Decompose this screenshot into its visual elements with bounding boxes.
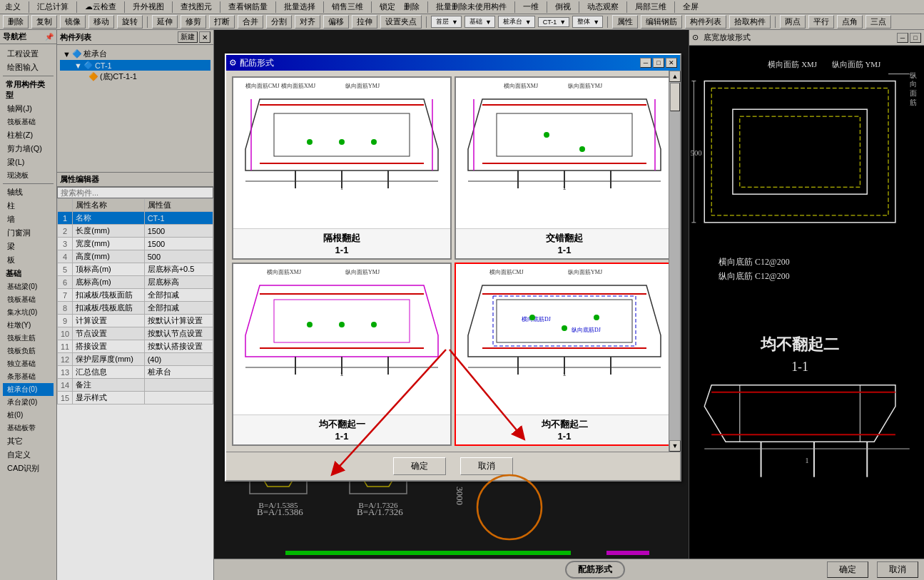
svg-text:横向面筋CMJ: 横向面筋CMJ bbox=[245, 83, 280, 89]
option-label-3: 均不翻起一 1-1 bbox=[233, 414, 450, 444]
option-sublabel-1: 1-1 bbox=[236, 245, 447, 255]
svg-text:1: 1 bbox=[340, 185, 343, 191]
svg-rect-60 bbox=[274, 113, 410, 156]
dialog-title-text: 配筋形式 bbox=[240, 57, 274, 69]
dialog-maximize-button[interactable]: □ bbox=[653, 58, 664, 68]
option-label-1: 隔根翻起 1-1 bbox=[233, 228, 450, 258]
svg-text:横向面筋XMJ: 横向面筋XMJ bbox=[281, 83, 315, 89]
svg-text:1: 1 bbox=[563, 371, 567, 377]
svg-point-113 bbox=[594, 315, 599, 320]
rebar-form-dialog: ⚙ 配筋形式 ─ □ ✕ 横向面筋XMJ 纵向面筋YMJ 横向面筋CMJ bbox=[225, 54, 681, 482]
svg-text:纵向底筋DJ: 纵向底筋DJ bbox=[572, 327, 601, 333]
dialog-controls: ─ □ ✕ bbox=[640, 58, 677, 68]
svg-point-96 bbox=[371, 322, 377, 327]
option-sublabel-2: 1-1 bbox=[459, 245, 670, 255]
svg-point-94 bbox=[307, 322, 313, 327]
scroll-up-button[interactable]: ▲ bbox=[669, 71, 681, 82]
svg-point-81 bbox=[544, 132, 549, 138]
option-label-4: 均不翻起二 1-1 bbox=[456, 414, 673, 444]
dialog-scrollbar: ▲ ▼ bbox=[669, 71, 680, 452]
svg-text:横向面筋XMJ: 横向面筋XMJ bbox=[504, 83, 538, 89]
dialog-close-button[interactable]: ✕ bbox=[666, 58, 677, 68]
svg-point-112 bbox=[562, 325, 567, 331]
dialog-minimize-button[interactable]: ─ bbox=[640, 58, 651, 68]
option-card-2[interactable]: 横向面筋XMJ 纵向面筋YMJ bbox=[455, 76, 674, 260]
svg-text:纵向面筋YMJ: 纵向面筋YMJ bbox=[345, 269, 380, 275]
option-card-4[interactable]: 横向面筋CMJ 纵向面筋YMJ 横向底筋DJ 纵向底筋DJ bbox=[455, 263, 674, 446]
svg-text:横向面筋CMJ: 横向面筋CMJ bbox=[489, 269, 524, 275]
svg-point-111 bbox=[529, 315, 535, 320]
dialog-footer: 确定 取消 bbox=[226, 452, 680, 480]
svg-point-67 bbox=[371, 139, 377, 145]
scroll-down-button[interactable]: ▼ bbox=[669, 440, 681, 452]
option-drawing-1: 横向面筋XMJ 纵向面筋YMJ 横向面筋CMJ bbox=[233, 78, 450, 228]
option-title-1: 隔根翻起 bbox=[236, 232, 447, 245]
svg-text:纵向面筋YMJ: 纵向面筋YMJ bbox=[345, 83, 380, 89]
svg-rect-91 bbox=[274, 300, 410, 342]
svg-point-65 bbox=[339, 139, 345, 145]
svg-point-95 bbox=[339, 322, 345, 327]
option-card-1[interactable]: 横向面筋XMJ 纵向面筋YMJ 横向面筋CMJ bbox=[232, 76, 452, 260]
option-title-4: 均不翻起二 bbox=[459, 418, 670, 431]
svg-text:1: 1 bbox=[563, 185, 567, 191]
scroll-track bbox=[669, 82, 680, 440]
svg-point-66 bbox=[307, 139, 313, 145]
option-card-3[interactable]: 横向面筋XMJ 纵向面筋YMJ 1 bbox=[232, 263, 452, 446]
svg-point-82 bbox=[579, 146, 585, 152]
dialog-titlebar: ⚙ 配筋形式 ─ □ ✕ bbox=[226, 55, 680, 71]
svg-rect-106 bbox=[493, 296, 636, 346]
option-sublabel-3: 1-1 bbox=[236, 431, 447, 442]
dialog-content: 横向面筋XMJ 纵向面筋YMJ 横向面筋CMJ bbox=[226, 71, 680, 452]
dialog-confirm-button[interactable]: 确定 bbox=[393, 457, 446, 475]
option-label-2: 交错翻起 1-1 bbox=[456, 228, 673, 258]
option-title-3: 均不翻起一 bbox=[236, 418, 447, 431]
option-drawing-2: 横向面筋XMJ 纵向面筋YMJ bbox=[456, 78, 673, 228]
option-sublabel-4: 1-1 bbox=[459, 431, 670, 442]
option-drawing-3: 横向面筋XMJ 纵向面筋YMJ 1 bbox=[233, 264, 450, 414]
svg-rect-76 bbox=[497, 113, 632, 156]
svg-text:横向面筋XMJ: 横向面筋XMJ bbox=[267, 269, 301, 275]
dialog-cancel-button[interactable]: 取消 bbox=[460, 457, 513, 475]
svg-text:1: 1 bbox=[340, 371, 344, 377]
svg-text:横向底筋DJ: 横向底筋DJ bbox=[522, 316, 551, 322]
svg-text:纵向面筋YMJ: 纵向面筋YMJ bbox=[568, 83, 602, 89]
dialog-overlay: ⚙ 配筋形式 ─ □ ✕ 横向面筋XMJ 纵向面筋YMJ 横向面筋CMJ bbox=[0, 0, 924, 580]
settings-icon: ⚙ bbox=[229, 58, 237, 68]
scroll-thumb[interactable] bbox=[670, 83, 680, 111]
svg-rect-105 bbox=[497, 300, 632, 342]
option-drawing-4: 横向面筋CMJ 纵向面筋YMJ 横向底筋DJ 纵向底筋DJ bbox=[456, 264, 673, 414]
dialog-title: ⚙ 配筋形式 bbox=[229, 57, 274, 69]
option-title-2: 交错翻起 bbox=[459, 232, 670, 245]
svg-text:纵向面筋YMJ: 纵向面筋YMJ bbox=[568, 269, 602, 275]
